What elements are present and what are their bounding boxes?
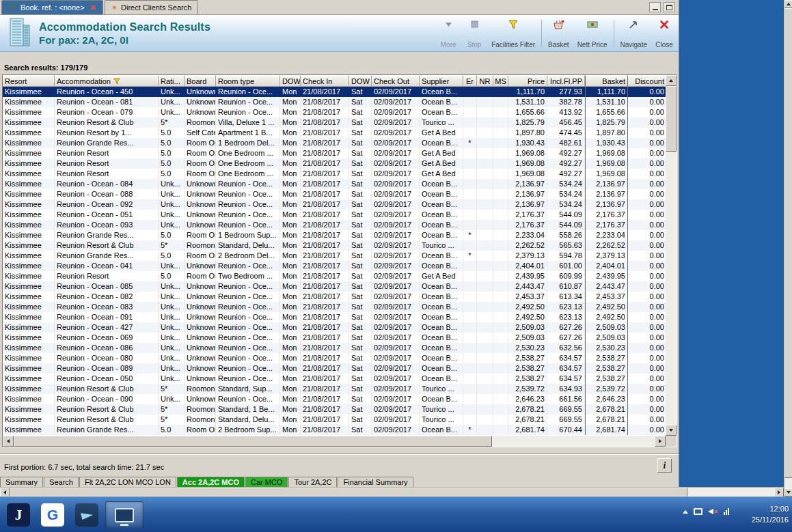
vertical-scroll-thumb[interactable] <box>784 8 792 478</box>
result-row-17[interactable]: KissimmeeReunion Grande Res...5.0Room On… <box>3 251 666 261</box>
tab-close-icon[interactable]: ✕ <box>90 3 96 12</box>
scroll-down-button[interactable] <box>784 488 792 496</box>
result-row-23[interactable]: KissimmeeReunion - Ocean - 091Unk...Unkn… <box>3 312 666 322</box>
column-header-discount[interactable]: Discount <box>628 75 666 87</box>
navigate-button[interactable]: Navigate <box>616 17 651 50</box>
column-header-resort[interactable]: Resort <box>3 75 55 87</box>
result-row-20[interactable]: KissimmeeReunion - Ocean - 085Unk...Unkn… <box>3 281 666 292</box>
scroll-right-button[interactable] <box>655 436 666 447</box>
column-header-nr[interactable]: NR <box>477 75 493 87</box>
scroll-right-button[interactable] <box>774 488 784 497</box>
taskbar-browser-button[interactable]: G <box>37 501 68 529</box>
tray-expand-icon[interactable] <box>683 510 688 514</box>
grid-cell <box>463 117 477 128</box>
stop-button[interactable]: Stop <box>461 17 487 50</box>
basket-button[interactable]: Basket <box>544 17 573 50</box>
result-row-10[interactable]: KissimmeeReunion - Ocean - 084Unk...Unkn… <box>3 179 666 189</box>
taskbar-clock[interactable]: 12:00 25/11/2016 <box>752 504 789 526</box>
result-row-19[interactable]: KissimmeeReunion Resort5.0Room OnlyTwo B… <box>3 271 666 281</box>
taskbar-app-j-button[interactable]: J <box>3 501 34 529</box>
column-header-er[interactable]: Er <box>463 75 477 87</box>
result-row-26[interactable]: KissimmeeReunion - Ocean - 086Unk...Unkn… <box>3 343 666 353</box>
grid-vertical-scrollbar[interactable] <box>666 75 677 436</box>
result-row-24[interactable]: KissimmeeReunion - Ocean - 427Unk...Unkn… <box>3 322 666 333</box>
close-button[interactable]: Close <box>651 17 677 50</box>
tab-search[interactable]: Search <box>44 477 79 487</box>
result-row-29[interactable]: KissimmeeReunion - Ocean - 050Unk...Unkn… <box>3 374 666 384</box>
tab-flight[interactable]: Flt 2A,2C LON MCO LON <box>79 477 176 487</box>
result-row-6[interactable]: KissimmeeReunion Grande Res...5.0Room On… <box>3 138 666 148</box>
session-vertical-scrollbar[interactable] <box>784 0 792 496</box>
result-row-13[interactable]: KissimmeeReunion - Ocean - 051Unk...Unkn… <box>3 210 666 220</box>
result-row-34[interactable]: KissimmeeReunion Grande Res...5.0Room On… <box>3 425 666 435</box>
more-button[interactable]: More <box>435 17 461 50</box>
maximize-button[interactable] <box>664 2 675 12</box>
result-row-7[interactable]: KissimmeeReunion Resort5.0Room OnlyOne B… <box>3 148 666 158</box>
tab-direct-clients-search[interactable]: ✶ Direct Clients Search <box>105 0 199 14</box>
result-row-28[interactable]: KissimmeeReunion - Ocean - 089Unk...Unkn… <box>3 363 666 374</box>
scroll-down-button[interactable] <box>666 425 677 436</box>
column-header-incl-fl-pp[interactable]: Incl.Fl.PP <box>547 75 585 87</box>
result-row-18[interactable]: KissimmeeReunion - Ocean - 041Unk...Unkn… <box>3 261 666 271</box>
scroll-up-button[interactable] <box>666 75 677 86</box>
tab-accommodation[interactable]: Acc 2A,2C MCO <box>177 477 245 487</box>
result-row-25[interactable]: KissimmeeReunion - Ocean - 069Unk...Unkn… <box>3 333 666 343</box>
horizontal-scroll-thumb[interactable] <box>14 436 492 447</box>
grid-cell: Reunion - Oce... <box>216 87 280 97</box>
column-header-check-in[interactable]: Check In <box>301 75 349 87</box>
tab-car[interactable]: Car MCO <box>245 477 288 487</box>
column-header-ms[interactable]: MS <box>493 75 508 87</box>
result-row-33[interactable]: KissimmeeReunion Resort & Club5*Roomonly… <box>3 415 666 425</box>
network-icon[interactable] <box>724 508 729 515</box>
result-row-32[interactable]: KissimmeeReunion Resort & Club5*Roomonly… <box>3 404 666 415</box>
column-header-basket[interactable]: Basket <box>585 75 628 87</box>
session-horizontal-scrollbar[interactable] <box>0 487 784 496</box>
column-header-room-type[interactable]: Room type <box>216 75 280 87</box>
result-row-3[interactable]: KissimmeeReunion - Ocean - 079Unk...Unkn… <box>3 107 666 117</box>
grid-horizontal-scrollbar[interactable] <box>3 436 666 447</box>
result-row-15[interactable]: KissimmeeReunion Grande Res...5.0Room On… <box>3 230 666 240</box>
filter-icon[interactable] <box>113 78 120 85</box>
result-row-8[interactable]: KissimmeeReunion Resort5.0Room OnlyOne B… <box>3 158 666 169</box>
result-row-27[interactable]: KissimmeeReunion - Ocean - 080Unk...Unkn… <box>3 353 666 363</box>
horizontal-scroll-thumb[interactable] <box>10 488 687 497</box>
result-row-9[interactable]: KissimmeeReunion Resort5.0Room OnlyOne B… <box>3 169 666 179</box>
result-row-1[interactable]: KissimmeeReunion - Ocean - 450Unk...Unkn… <box>3 87 666 97</box>
tab-tour[interactable]: Tour 2A,2C <box>288 477 337 487</box>
result-row-22[interactable]: KissimmeeReunion - Ocean - 083Unk...Unkn… <box>3 302 666 312</box>
grid-cell: 5.0 <box>159 425 185 435</box>
scroll-left-button[interactable] <box>3 436 14 447</box>
result-row-30[interactable]: KissimmeeReunion Resort & Club5*Roomonly… <box>3 384 666 394</box>
result-row-16[interactable]: KissimmeeReunion Resort & Club5*Roomonly… <box>3 240 666 251</box>
column-header-accommodation[interactable]: Accommodation <box>55 75 159 87</box>
nett-price-button[interactable]: Nett Price <box>573 17 612 50</box>
tab-booking-ref[interactable]: Book. ref. : <none> ✕ <box>1 0 103 14</box>
tab-financial-summary[interactable]: Financial Summary <box>338 477 413 487</box>
taskbar-travel-app-button[interactable] <box>71 501 103 529</box>
display-icon[interactable] <box>694 508 702 515</box>
facilities-filter-button[interactable]: Facilities Filter <box>487 17 539 50</box>
result-row-21[interactable]: KissimmeeReunion - Ocean - 082Unk...Unkn… <box>3 292 666 302</box>
column-header-price[interactable]: Price <box>508 75 547 87</box>
scroll-left-button[interactable] <box>0 488 10 497</box>
column-header-supplier[interactable]: Supplier <box>420 75 463 87</box>
result-row-31[interactable]: KissimmeeReunion - Ocean - 090Unk...Unkn… <box>3 394 666 404</box>
column-header-dow[interactable]: DOW <box>349 75 372 87</box>
minimize-button[interactable] <box>649 2 661 12</box>
result-row-14[interactable]: KissimmeeReunion - Ocean - 093Unk...Unkn… <box>3 220 666 230</box>
column-header-dow[interactable]: DOW <box>280 75 301 87</box>
column-header-rati-[interactable]: Rati... <box>159 75 185 87</box>
result-row-5[interactable]: KissimmeeReunion Resort by 1...5.0Self C… <box>3 128 666 138</box>
taskbar-active-app-button[interactable] <box>105 501 144 529</box>
column-header-board[interactable]: Board <box>185 75 216 87</box>
result-row-11[interactable]: KissimmeeReunion - Ocean - 088Unk...Unkn… <box>3 189 666 199</box>
scroll-up-button[interactable] <box>784 0 792 8</box>
volume-muted-icon[interactable]: ✕ <box>708 509 718 515</box>
result-row-2[interactable]: KissimmeeReunion - Ocean - 081Unk...Unkn… <box>3 97 666 107</box>
result-row-12[interactable]: KissimmeeReunion - Ocean - 092Unk...Unkn… <box>3 199 666 210</box>
info-button[interactable]: i <box>657 458 672 473</box>
result-row-4[interactable]: KissimmeeReunion Resort & Club5*Roomonly… <box>3 117 666 128</box>
column-header-check-out[interactable]: Check Out <box>372 75 420 87</box>
vertical-scroll-thumb[interactable] <box>666 86 677 152</box>
tab-summary[interactable]: Summary <box>0 477 43 487</box>
